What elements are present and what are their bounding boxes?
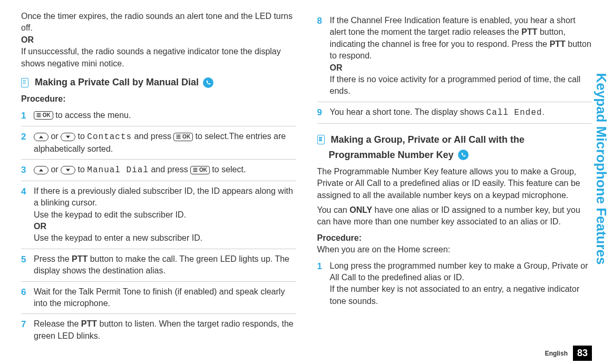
- left-column: Once the timer expires, the radio sounds…: [21, 11, 296, 337]
- step1-text: to access the menu.: [53, 111, 131, 120]
- procedure-label: Procedure:: [21, 93, 296, 105]
- heading-text-line1: Making a Group, Private or All Call with…: [331, 133, 524, 146]
- step-number: 1: [317, 260, 326, 308]
- phone-icon: [203, 77, 213, 88]
- side-tab: Keypad Microphone Features: [593, 11, 609, 327]
- ok-button-icon: ☰ OK: [173, 133, 193, 141]
- up-arrow-icon: [34, 166, 48, 174]
- step-number: 5: [21, 253, 30, 277]
- step-6: 6 Wait for the Talk Permit Tone to finis…: [21, 286, 296, 314]
- procedure-note: When you are on the Home screen:: [317, 244, 592, 255]
- step-number: 2: [21, 131, 30, 155]
- page-icon: [21, 78, 28, 87]
- intro-line2: If unsuccessful, the radio sounds a nega…: [21, 47, 281, 67]
- step-4: 4 If there is a previously dialed subscr…: [21, 185, 296, 249]
- intro-line1: Once the timer expires, the radio sounds…: [21, 12, 293, 32]
- right-column: 8 If the Channel Free Indication feature…: [317, 11, 592, 337]
- phone-icon: [458, 150, 469, 160]
- up-arrow-icon: [34, 133, 48, 141]
- ok-button-icon: ☰ OK: [190, 166, 210, 174]
- down-arrow-icon: [61, 133, 75, 141]
- call-ended-label: Call Ended: [486, 108, 542, 117]
- ok-button-icon: ☰ OK: [34, 111, 53, 120]
- step-5: 5 Press the PTT button to make the call.…: [21, 253, 296, 282]
- down-arrow-icon: [61, 166, 75, 174]
- step-number: 4: [21, 185, 30, 244]
- step-number: 7: [21, 318, 30, 342]
- side-tab-text: Keypad Microphone Features: [593, 73, 609, 264]
- page-icon: [317, 135, 325, 144]
- step-b1: 1 Long press the programmed number key t…: [317, 260, 592, 312]
- contacts-label: Contacts: [87, 132, 132, 142]
- heading-text: Making a Private Call by Manual Dial: [35, 76, 199, 89]
- step-3: 3 or to Manual Dial and press ☰ OK to se…: [21, 164, 296, 181]
- section-heading-number-key-line2: Programmable Number Key: [329, 149, 592, 162]
- step-2: 2 or to Contacts and press ☰ OK to selec…: [21, 131, 296, 160]
- step-number: 9: [317, 106, 326, 119]
- section-heading-number-key: Making a Group, Private or All Call with…: [317, 133, 592, 146]
- step-number: 3: [21, 164, 30, 176]
- step-1: 1 ☰ OK to access the menu.: [21, 110, 296, 127]
- procedure-label: Procedure:: [317, 232, 592, 244]
- section-heading-private-call: Making a Private Call by Manual Dial: [21, 76, 296, 89]
- heading-text-line2: Programmable Number Key: [329, 149, 454, 162]
- step-9: 9 You hear a short tone. The display sho…: [317, 106, 592, 124]
- step-number: 1: [21, 110, 30, 122]
- manual-dial-label: Manual Dial: [87, 165, 149, 175]
- footer-language: English: [545, 350, 568, 357]
- step-number: 6: [21, 286, 30, 310]
- intro-or: OR: [21, 35, 34, 44]
- step-8: 8 If the Channel Free Indication feature…: [317, 15, 592, 102]
- paragraph-1: The Programmable Number Key feature allo…: [317, 166, 592, 201]
- footer-page-number: 83: [573, 346, 592, 361]
- page-footer: English 83: [545, 346, 592, 361]
- step-number: 8: [317, 15, 326, 97]
- intro-text: Once the timer expires, the radio sounds…: [21, 11, 296, 70]
- step-7: 7 Release the PTT button to listen. When…: [21, 318, 296, 346]
- paragraph-2: You can ONLY have one alias or ID assign…: [317, 204, 592, 228]
